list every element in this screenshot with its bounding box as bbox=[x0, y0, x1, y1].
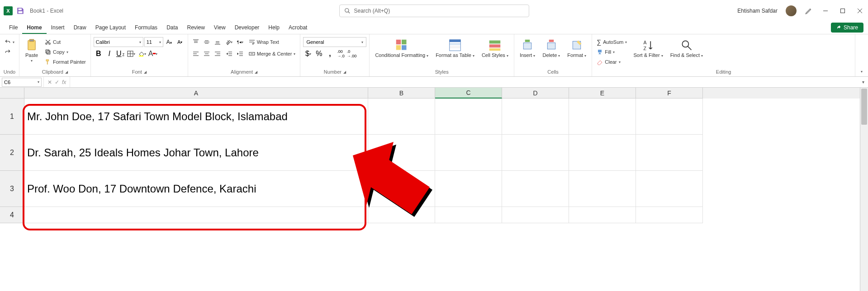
maximize-button[interactable] bbox=[838, 6, 847, 15]
fill-button[interactable]: Fill▾ bbox=[595, 47, 629, 57]
tab-home[interactable]: Home bbox=[22, 22, 46, 34]
cell-A2[interactable]: Dr. Sarah, 25 Ideals Homes Johar Town, L… bbox=[24, 135, 368, 171]
share-button[interactable]: Share bbox=[831, 23, 863, 33]
enter-formula-button[interactable]: ✓ bbox=[55, 79, 59, 85]
format-cells-button[interactable]: Format ▾ bbox=[564, 37, 589, 60]
clear-button[interactable]: Clear▾ bbox=[595, 57, 629, 67]
tab-formulas[interactable]: Formulas bbox=[130, 22, 162, 34]
find-select-button[interactable]: Find & Select ▾ bbox=[668, 37, 706, 60]
undo-button[interactable]: ▾ bbox=[3, 37, 16, 47]
select-all-corner[interactable] bbox=[0, 88, 24, 99]
increase-decimal-button[interactable]: .00→.0 bbox=[336, 49, 346, 59]
cell-styles-button[interactable]: Cell Styles ▾ bbox=[479, 37, 511, 60]
user-avatar[interactable] bbox=[786, 5, 797, 16]
cancel-formula-button[interactable]: ✕ bbox=[47, 79, 52, 85]
number-format-select[interactable]: General▾ bbox=[303, 37, 366, 47]
cut-button[interactable]: Cut bbox=[43, 37, 88, 47]
align-top-button[interactable] bbox=[191, 37, 201, 47]
font-name-select[interactable]: Calibri▾ bbox=[94, 37, 143, 47]
tab-acrobat[interactable]: Acrobat bbox=[284, 22, 312, 34]
cell-E4[interactable] bbox=[569, 207, 636, 223]
cell-C3[interactable] bbox=[435, 171, 502, 207]
align-middle-button[interactable] bbox=[202, 37, 212, 47]
tab-review[interactable]: Review bbox=[182, 22, 209, 34]
cell-D2[interactable] bbox=[502, 135, 569, 171]
conditional-formatting-button[interactable]: Conditional Formatting ▾ bbox=[372, 37, 431, 60]
column-header-A[interactable]: A bbox=[24, 88, 368, 99]
border-button[interactable]: ▾ bbox=[126, 49, 136, 59]
sort-filter-button[interactable]: AZSort & Filter ▾ bbox=[631, 37, 665, 60]
redo-button[interactable] bbox=[3, 47, 16, 57]
format-painter-button[interactable]: Format Painter bbox=[43, 57, 88, 67]
cell-A3[interactable]: Prof. Woo Don, 17 Downtown Defence, Kara… bbox=[24, 171, 368, 207]
fill-color-button[interactable]: ▾ bbox=[137, 49, 147, 59]
cell-E3[interactable] bbox=[569, 171, 636, 207]
search-box[interactable]: Search (Alt+Q) bbox=[339, 5, 529, 17]
merge-center-button[interactable]: Merge & Center▾ bbox=[247, 49, 298, 59]
increase-font-button[interactable]: A▴ bbox=[164, 37, 174, 47]
cell-E1[interactable] bbox=[569, 99, 636, 135]
column-header-E[interactable]: E bbox=[569, 88, 636, 99]
insert-function-button[interactable]: fx bbox=[62, 79, 66, 85]
tab-help[interactable]: Help bbox=[264, 22, 284, 34]
cell-F3[interactable] bbox=[636, 171, 703, 207]
cell-B3[interactable] bbox=[368, 171, 435, 207]
percent-format-button[interactable]: % bbox=[314, 49, 324, 59]
wrap-text-button[interactable]: Wrap Text bbox=[247, 37, 298, 47]
cell-F2[interactable] bbox=[636, 135, 703, 171]
cell-A1[interactable]: Mr. John Doe, 17 Safari Town Model Block… bbox=[24, 99, 368, 135]
pen-icon[interactable] bbox=[805, 7, 813, 15]
rtl-button[interactable]: ¶◂▾ bbox=[235, 37, 245, 47]
align-left-button[interactable] bbox=[191, 49, 201, 59]
bold-button[interactable]: B bbox=[94, 49, 104, 59]
cell-A4[interactable] bbox=[24, 207, 368, 223]
tab-draw[interactable]: Draw bbox=[69, 22, 91, 34]
accounting-format-button[interactable]: $▾ bbox=[303, 49, 313, 59]
increase-indent-button[interactable] bbox=[235, 49, 245, 59]
paste-button[interactable]: Paste ▾ bbox=[22, 37, 41, 65]
tab-data[interactable]: Data bbox=[162, 22, 182, 34]
scrollbar-thumb[interactable] bbox=[861, 89, 867, 125]
save-icon[interactable] bbox=[16, 7, 24, 15]
decrease-decimal-button[interactable]: .0→.00 bbox=[346, 49, 356, 59]
format-as-table-button[interactable]: Format as Table ▾ bbox=[433, 37, 477, 60]
row-header-3[interactable]: 3 bbox=[0, 171, 24, 207]
name-box[interactable]: C6▾ bbox=[2, 78, 42, 87]
decrease-font-button[interactable]: A▾ bbox=[175, 37, 185, 47]
cell-B1[interactable] bbox=[368, 99, 435, 135]
underline-button[interactable]: U▾ bbox=[115, 49, 125, 59]
tab-file[interactable]: File bbox=[5, 22, 22, 34]
orientation-button[interactable]: ab▾ bbox=[224, 37, 234, 47]
insert-cells-button[interactable]: Insert ▾ bbox=[517, 37, 538, 60]
formula-bar-expand-button[interactable]: ▾ bbox=[859, 80, 868, 84]
align-bottom-button[interactable] bbox=[213, 37, 223, 47]
tab-page-layout[interactable]: Page Layout bbox=[91, 22, 130, 34]
row-header-2[interactable]: 2 bbox=[0, 135, 24, 171]
cell-D1[interactable] bbox=[502, 99, 569, 135]
align-right-button[interactable] bbox=[213, 49, 223, 59]
autosum-button[interactable]: ∑AutoSum▾ bbox=[595, 37, 629, 47]
close-button[interactable] bbox=[855, 6, 864, 15]
align-center-button[interactable] bbox=[202, 49, 212, 59]
cell-D3[interactable] bbox=[502, 171, 569, 207]
minimize-button[interactable] bbox=[821, 6, 830, 15]
tab-view[interactable]: View bbox=[209, 22, 230, 34]
comma-format-button[interactable]: , bbox=[325, 49, 335, 59]
column-header-F[interactable]: F bbox=[636, 88, 703, 99]
copy-button[interactable]: Copy▾ bbox=[43, 47, 88, 57]
cell-D4[interactable] bbox=[502, 207, 569, 223]
font-dialog-launcher[interactable]: ◢ bbox=[144, 70, 147, 74]
column-header-D[interactable]: D bbox=[502, 88, 569, 99]
cell-F1[interactable] bbox=[636, 99, 703, 135]
column-header-B[interactable]: B bbox=[368, 88, 435, 99]
cell-C1[interactable] bbox=[435, 99, 502, 135]
font-size-select[interactable]: 11▾ bbox=[144, 37, 163, 47]
cell-B4[interactable] bbox=[368, 207, 435, 223]
delete-cells-button[interactable]: Delete ▾ bbox=[540, 37, 563, 60]
tab-developer[interactable]: Developer bbox=[230, 22, 264, 34]
ribbon-collapse-button[interactable]: ▾ bbox=[855, 34, 868, 76]
vertical-scrollbar[interactable] bbox=[860, 88, 868, 291]
cell-F4[interactable] bbox=[636, 207, 703, 223]
tab-insert[interactable]: Insert bbox=[47, 22, 69, 34]
cell-E2[interactable] bbox=[569, 135, 636, 171]
